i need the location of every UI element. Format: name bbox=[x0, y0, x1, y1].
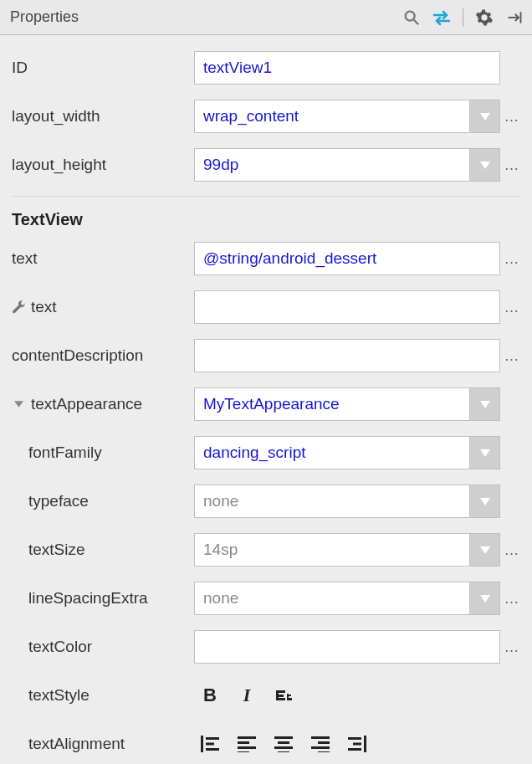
align-viewend-icon[interactable] bbox=[346, 733, 368, 755]
svg-rect-31 bbox=[348, 737, 361, 740]
panel-title: Properties bbox=[10, 8, 401, 26]
svg-rect-28 bbox=[311, 746, 330, 749]
input-id[interactable] bbox=[194, 51, 500, 85]
collapse-icon[interactable] bbox=[504, 7, 525, 28]
input-text[interactable] bbox=[194, 242, 500, 275]
svg-rect-17 bbox=[206, 748, 219, 751]
more-button[interactable]: … bbox=[504, 541, 520, 559]
header-toolbar bbox=[401, 7, 525, 28]
section-title-textview: TextView bbox=[12, 210, 520, 229]
svg-rect-25 bbox=[278, 751, 289, 752]
svg-marker-6 bbox=[480, 113, 490, 120]
svg-marker-12 bbox=[480, 546, 490, 554]
label-textappearance-text: textAppearance bbox=[31, 395, 142, 413]
svg-marker-7 bbox=[480, 162, 490, 169]
combo-textsize-value[interactable] bbox=[195, 534, 469, 566]
row-textappearance: textAppearance bbox=[12, 383, 520, 425]
row-id: ID bbox=[12, 47, 520, 89]
svg-rect-32 bbox=[353, 743, 361, 746]
svg-rect-27 bbox=[318, 741, 330, 744]
row-fontfamily: fontFamily bbox=[12, 432, 520, 474]
combo-typeface[interactable] bbox=[194, 485, 500, 518]
label-layout-width: layout_width bbox=[12, 107, 194, 126]
svg-rect-30 bbox=[364, 736, 366, 752]
row-textsize: textSize … bbox=[12, 529, 520, 571]
more-button[interactable]: … bbox=[504, 590, 520, 608]
more-button[interactable]: … bbox=[504, 299, 520, 316]
toolbar-divider bbox=[463, 8, 463, 27]
combo-layout-width[interactable] bbox=[194, 100, 500, 133]
svg-marker-8 bbox=[14, 401, 23, 408]
bold-toggle[interactable]: B bbox=[199, 685, 221, 706]
combo-typeface-value[interactable] bbox=[195, 485, 469, 517]
svg-rect-18 bbox=[238, 736, 256, 739]
align-center-icon[interactable] bbox=[273, 733, 294, 755]
svg-rect-23 bbox=[278, 741, 289, 744]
label-textstyle: textStyle bbox=[12, 686, 194, 705]
caret-down-icon[interactable] bbox=[12, 397, 26, 412]
label-id: ID bbox=[12, 59, 194, 77]
label-layout-height: layout_height bbox=[12, 156, 194, 174]
chevron-down-icon[interactable] bbox=[469, 149, 499, 181]
more-button[interactable]: … bbox=[504, 638, 520, 656]
row-textalignment: textAlignment bbox=[12, 723, 520, 764]
panel-header: Properties bbox=[0, 0, 532, 35]
combo-textappearance-value[interactable] bbox=[195, 388, 469, 420]
combo-textappearance[interactable] bbox=[194, 387, 500, 421]
label-fontfamily: fontFamily bbox=[12, 444, 194, 462]
label-tools-text-text: text bbox=[31, 298, 57, 316]
svg-rect-24 bbox=[274, 746, 293, 749]
label-textcolor: textColor bbox=[12, 638, 194, 656]
label-tools-text: text bbox=[12, 298, 194, 316]
row-textcolor: textColor … bbox=[12, 626, 520, 668]
input-contentdescription[interactable] bbox=[194, 339, 500, 372]
chevron-down-icon[interactable] bbox=[469, 100, 499, 132]
svg-line-1 bbox=[414, 19, 419, 24]
gear-icon[interactable] bbox=[473, 7, 495, 28]
wrench-icon bbox=[12, 300, 26, 315]
row-tools-text: text … bbox=[12, 286, 520, 328]
chevron-down-icon[interactable] bbox=[469, 388, 499, 420]
label-textalignment: textAlignment bbox=[12, 735, 194, 753]
chevron-down-icon[interactable] bbox=[469, 582, 499, 614]
combo-fontfamily-value[interactable] bbox=[195, 437, 469, 469]
label-textappearance: textAppearance bbox=[12, 395, 194, 413]
svg-rect-22 bbox=[274, 736, 293, 739]
svg-marker-11 bbox=[480, 498, 490, 505]
input-tools-text[interactable] bbox=[194, 290, 500, 324]
svg-point-0 bbox=[406, 11, 415, 20]
label-text: text bbox=[12, 249, 194, 268]
section-separator bbox=[12, 196, 520, 197]
combo-linespacing[interactable] bbox=[194, 582, 500, 615]
italic-toggle[interactable]: I bbox=[236, 685, 258, 706]
svg-rect-15 bbox=[206, 737, 219, 740]
panel-content: ID layout_width … layout_height bbox=[0, 35, 532, 764]
search-icon[interactable] bbox=[401, 7, 422, 28]
combo-layout-width-value[interactable] bbox=[195, 100, 469, 132]
svg-rect-16 bbox=[206, 743, 214, 746]
align-right-icon[interactable] bbox=[309, 733, 331, 755]
combo-linespacing-value[interactable] bbox=[195, 582, 469, 614]
combo-textsize[interactable] bbox=[194, 533, 500, 567]
more-button[interactable]: … bbox=[504, 347, 520, 365]
svg-rect-19 bbox=[238, 741, 249, 744]
more-button[interactable]: … bbox=[504, 250, 520, 268]
input-textcolor[interactable] bbox=[194, 630, 500, 664]
combo-fontfamily[interactable] bbox=[194, 436, 500, 469]
allcaps-toggle[interactable]: Tᴛ bbox=[273, 685, 294, 706]
align-viewstart-icon[interactable] bbox=[199, 733, 221, 755]
chevron-down-icon[interactable] bbox=[469, 534, 499, 566]
align-left-icon[interactable] bbox=[236, 733, 258, 755]
svg-rect-26 bbox=[311, 736, 330, 739]
svg-rect-33 bbox=[348, 748, 361, 751]
combo-layout-height[interactable] bbox=[194, 148, 500, 182]
chevron-down-icon[interactable] bbox=[469, 437, 499, 469]
chevron-down-icon[interactable] bbox=[469, 485, 499, 517]
more-button[interactable]: … bbox=[504, 108, 520, 126]
combo-layout-height-value[interactable] bbox=[195, 149, 469, 181]
textalignment-toggle-group bbox=[194, 733, 368, 755]
label-textsize: textSize bbox=[12, 541, 194, 559]
more-button[interactable]: … bbox=[504, 156, 520, 174]
row-text: text … bbox=[12, 238, 520, 279]
arrows-icon[interactable] bbox=[431, 7, 453, 28]
